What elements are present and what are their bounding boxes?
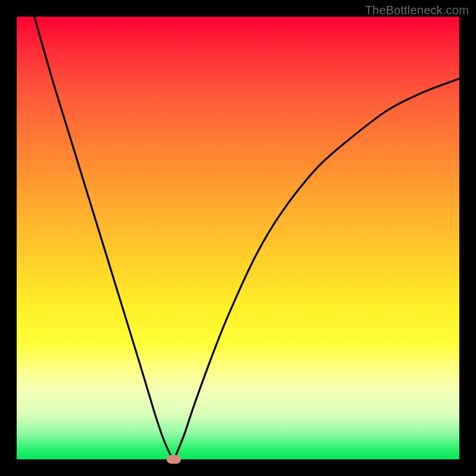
curve-layer [17, 17, 459, 459]
bottleneck-curve [35, 17, 459, 459]
chart-frame: TheBottleneck.com [0, 0, 476, 476]
optimum-marker [167, 455, 181, 464]
plot-area [17, 17, 459, 459]
watermark-label: TheBottleneck.com [365, 4, 469, 17]
